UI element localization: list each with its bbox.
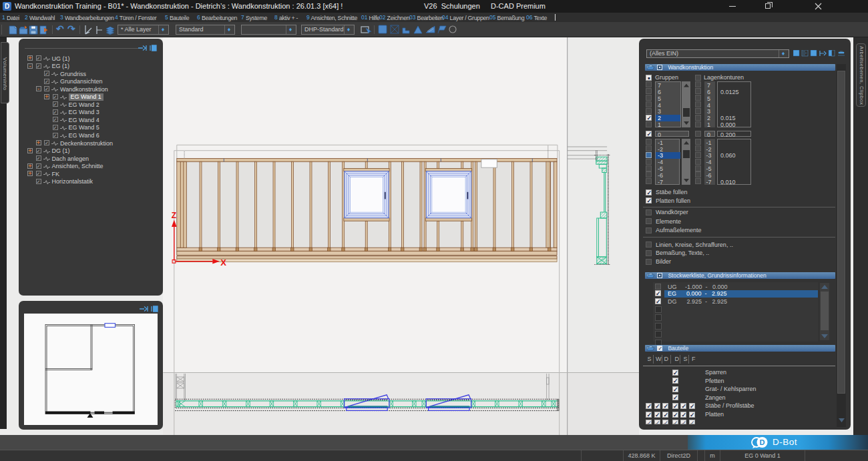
svg-text:Z: Z xyxy=(172,211,176,220)
svg-text:X: X xyxy=(220,258,226,268)
svg-text:D: D xyxy=(760,438,765,446)
